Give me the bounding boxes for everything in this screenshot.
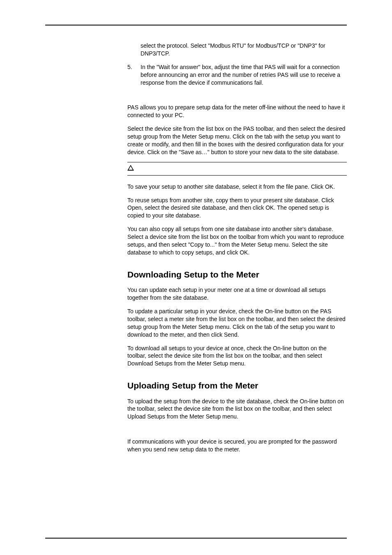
list-item-continuation: select the protocol. Select "Modbus RTU"… [127,42,347,58]
heading-uploading: Uploading Setup from the Meter [127,380,347,391]
paragraph: If communications with your device is se… [127,438,347,453]
paragraph: To download all setups to your device at… [127,345,347,368]
footer-rule [45,538,347,539]
top-rule [45,25,347,25]
paragraph: To upload the setup from the device to t… [127,398,347,421]
list-text-5: In the "Wait for answer" box, adjust the… [141,63,347,87]
list-text: select the protocol. Select "Modbus RTU"… [141,42,347,58]
paragraph: To update a particular setup in your dev… [127,308,347,339]
list-num-5: 5. [127,63,141,87]
list-item-5: 5. In the "Wait for answer" box, adjust … [127,63,347,87]
paragraph: To save your setup to another site datab… [127,183,347,191]
paragraph: You can update each setup in your meter … [127,286,347,302]
warning-triangle-icon [127,165,134,171]
note-divider [127,162,347,176]
list-num-empty [127,42,141,58]
paragraph: PAS allows you to prepare setup data for… [127,104,347,119]
footer [45,538,347,539]
paragraph: To reuse setups from another site, copy … [127,197,347,220]
heading-downloading: Downloading Setup to the Meter [127,269,347,280]
page: select the protocol. Select "Modbus RTU"… [0,0,392,555]
body-content: select the protocol. Select "Modbus RTU"… [127,42,347,453]
paragraph: Select the device site from the list box… [127,125,347,156]
paragraph: You can also copy all setups from one si… [127,225,347,257]
